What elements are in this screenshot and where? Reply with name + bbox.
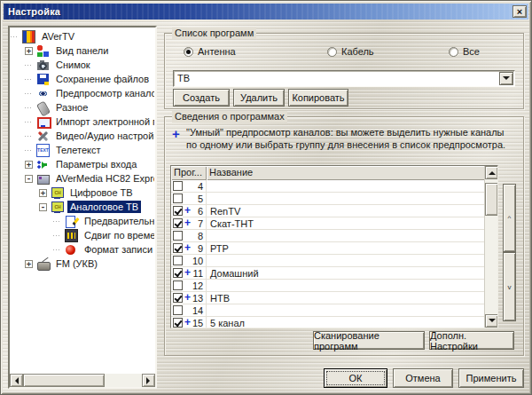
channel-checkbox[interactable] (173, 243, 183, 253)
table-row[interactable]: +155 канал (171, 317, 497, 328)
tree-item[interactable]: +Параметры входа (11, 157, 154, 171)
channel-name: 5 канал (207, 318, 497, 328)
tree-item[interactable]: Сохранение файлов (11, 72, 154, 86)
program-cell: +13 (171, 292, 207, 304)
channel-checkbox[interactable] (173, 293, 183, 303)
radio-all[interactable]: Все (449, 46, 480, 57)
table-row[interactable]: 10 (171, 255, 497, 267)
scroll-right-icon[interactable] (142, 374, 155, 387)
tree-item[interactable]: +FM (УКВ) (11, 257, 154, 271)
channel-checkbox[interactable] (173, 305, 183, 315)
delete-button[interactable]: Удалить (233, 89, 285, 107)
tree-item[interactable]: Видео/Аудио настройки (11, 129, 154, 143)
expand-toggle-icon[interactable]: + (25, 161, 33, 169)
channel-checkbox[interactable] (173, 256, 183, 265)
tree-indent (11, 51, 25, 51)
tree-indent (11, 164, 25, 165)
tree-horizontal-scrollbar[interactable] (10, 374, 155, 387)
scan-programs-button[interactable]: Сканирование программ (313, 331, 425, 350)
move-down-button[interactable]: v (503, 252, 516, 321)
program-cell: 4 (171, 180, 207, 192)
tree-item[interactable]: Сдвиг по времени (11, 228, 154, 242)
channel-checkbox[interactable] (173, 318, 183, 328)
radio-cable[interactable]: Кабель (327, 46, 449, 57)
table-vertical-scrollbar[interactable] (484, 166, 497, 328)
table-row[interactable]: +6RenTV (171, 205, 497, 217)
scroll-left-icon[interactable] (10, 374, 23, 387)
column-header-name[interactable]: Название (207, 166, 497, 180)
expand-toggle-icon[interactable]: - (25, 175, 33, 183)
program-cell: +6 (171, 205, 207, 217)
radio-cable-circle[interactable] (327, 47, 337, 57)
program-cell: 8 (171, 230, 207, 241)
radio-all-circle[interactable] (449, 47, 458, 57)
program-list-buttons: Создать Удалить Копировать (173, 89, 348, 107)
program-list-combobox[interactable]: ТВ (173, 70, 515, 87)
tree-item-label: Вид панели (53, 44, 111, 57)
create-button[interactable]: Создать (173, 89, 230, 107)
table-row[interactable]: 14 (171, 304, 497, 317)
table-row[interactable]: +7Скат-ТНТ (171, 217, 497, 230)
tree-item[interactable]: Телетекст (11, 143, 154, 157)
program-info-group: Сведения о программах + "Умный" предпрос… (164, 116, 524, 356)
expand-toggle-icon[interactable]: + (39, 189, 47, 197)
cancel-button[interactable]: Отмена (393, 368, 453, 388)
channel-checkbox[interactable] (173, 231, 183, 241)
tree-item[interactable]: -AVerMedia HC82 Express-C (11, 171, 154, 186)
copy-button[interactable]: Копировать (288, 89, 348, 107)
table-row[interactable]: 12 (171, 280, 497, 292)
channel-checkbox[interactable] (173, 194, 183, 203)
tree-item[interactable]: Разное (11, 100, 154, 115)
program-cell: 14 (171, 304, 207, 316)
tree-item[interactable]: AVerTV (11, 29, 154, 43)
expand-toggle-icon[interactable]: + (25, 260, 33, 268)
smart-preview-hint: "Умный" предпросмотр каналов: вы можете … (186, 126, 512, 151)
table-row[interactable]: 4 (171, 180, 497, 193)
channel-checkbox[interactable] (173, 181, 183, 191)
radio-antenna-circle[interactable] (184, 47, 193, 57)
channel-number: 13 (192, 293, 206, 304)
scrollbar-track[interactable] (105, 374, 142, 387)
ok-button[interactable]: ОК (324, 368, 387, 388)
table-row[interactable]: 5 (171, 193, 497, 205)
advanced-settings-button[interactable]: Дополн. Настройки (429, 331, 514, 350)
channel-number: 14 (192, 305, 206, 316)
device-icon (36, 172, 50, 186)
scrollbar-thumb[interactable] (23, 374, 105, 387)
tree-item[interactable]: Предпросмотр каналов (11, 86, 154, 100)
expand-toggle-icon[interactable]: + (25, 47, 33, 55)
expand-toggle-icon[interactable]: - (39, 203, 47, 211)
combo-dropdown-arrow-icon[interactable] (499, 72, 513, 85)
title-bar[interactable]: Настройка (4, 4, 528, 20)
channel-checkbox[interactable] (173, 218, 183, 228)
tree-item[interactable]: +Вид панели (11, 43, 154, 58)
channel-checkbox[interactable] (173, 280, 183, 290)
channel-table-body: 45+6RenTV+7Скат-ТНТ8+9РТР10+11Домашний12… (171, 180, 497, 328)
table-row[interactable]: 8 (171, 230, 497, 242)
tree-item[interactable]: -Аналоговое ТВ (11, 200, 154, 214)
close-icon[interactable] (512, 5, 527, 18)
tree-item[interactable]: +Цифровое ТВ (11, 186, 154, 200)
radio-antenna[interactable]: Антенна (184, 46, 327, 57)
scroll-up-icon[interactable] (485, 166, 498, 179)
apply-button[interactable]: Применить (458, 368, 524, 388)
tree-item[interactable]: Снимок (11, 58, 154, 72)
channel-checkbox[interactable] (173, 206, 183, 216)
tree-item-label: AVerTV (39, 30, 77, 43)
tree-connector-dash (25, 122, 33, 122)
tree-item[interactable]: Формат записи (11, 242, 154, 257)
scrollbar-thumb[interactable] (485, 183, 498, 216)
scroll-down-icon[interactable] (485, 314, 498, 328)
channel-checkbox[interactable] (173, 268, 183, 278)
column-header-program[interactable]: Прог... (171, 166, 207, 180)
tree-item[interactable]: Импорт электронной прог (11, 115, 154, 129)
tree-indent (11, 150, 25, 151)
tree-item-label: Предпросмотр каналов (53, 87, 154, 99)
move-up-button[interactable]: ^ (503, 184, 516, 252)
tree-slot (25, 107, 36, 108)
tree-item[interactable]: Предварительный (11, 214, 154, 228)
table-row[interactable]: +9РТР (171, 242, 497, 255)
tree-indent (11, 122, 25, 122)
table-row[interactable]: +11Домашний (171, 267, 497, 280)
table-row[interactable]: +13НТВ (171, 292, 497, 304)
